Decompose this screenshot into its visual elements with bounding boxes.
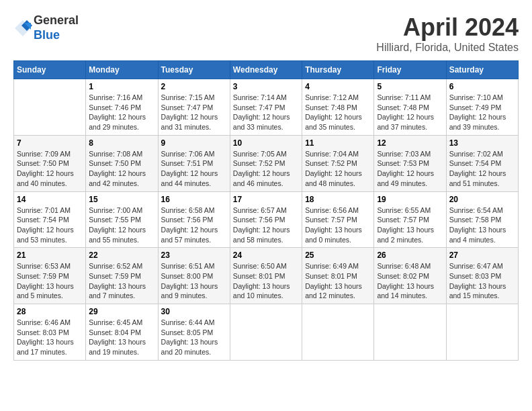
day-info: Sunrise: 7:10 AM Sunset: 7:49 PM Dayligh… xyxy=(449,93,515,132)
day-info: Sunrise: 6:48 AM Sunset: 8:02 PM Dayligh… xyxy=(377,261,443,301)
day-header-saturday: Saturday xyxy=(446,61,518,79)
day-number: 10 xyxy=(233,138,299,148)
calendar-day-cell: 30Sunrise: 6:44 AM Sunset: 8:05 PM Dayli… xyxy=(158,304,230,361)
day-info: Sunrise: 6:57 AM Sunset: 7:56 PM Dayligh… xyxy=(233,205,299,245)
day-number: 4 xyxy=(305,82,371,91)
calendar-empty-cell xyxy=(302,304,374,361)
calendar-day-cell: 23Sunrise: 6:51 AM Sunset: 8:00 PM Dayli… xyxy=(158,248,230,304)
calendar-day-cell: 16Sunrise: 6:58 AM Sunset: 7:56 PM Dayli… xyxy=(158,191,230,248)
day-info: Sunrise: 7:02 AM Sunset: 7:54 PM Dayligh… xyxy=(449,149,515,189)
day-info: Sunrise: 7:04 AM Sunset: 7:52 PM Dayligh… xyxy=(305,149,371,189)
calendar-day-cell: 6Sunrise: 7:10 AM Sunset: 7:49 PM Daylig… xyxy=(446,79,518,136)
day-number: 19 xyxy=(377,195,443,204)
calendar-empty-cell xyxy=(14,79,86,136)
day-number: 13 xyxy=(449,138,515,148)
day-number: 12 xyxy=(377,138,443,148)
calendar-day-cell: 7Sunrise: 7:09 AM Sunset: 7:50 PM Daylig… xyxy=(14,135,86,191)
day-number: 11 xyxy=(305,138,371,148)
day-number: 17 xyxy=(233,195,299,204)
page-header: General Blue April 2024 Hilliard, Florid… xyxy=(13,13,519,54)
day-number: 1 xyxy=(89,82,154,91)
calendar-day-cell: 27Sunrise: 6:47 AM Sunset: 8:03 PM Dayli… xyxy=(446,248,518,304)
day-info: Sunrise: 7:11 AM Sunset: 7:48 PM Dayligh… xyxy=(377,93,443,132)
calendar-week-row: 14Sunrise: 7:01 AM Sunset: 7:54 PM Dayli… xyxy=(14,191,519,248)
calendar-day-cell: 19Sunrise: 6:55 AM Sunset: 7:57 PM Dayli… xyxy=(374,191,446,248)
day-number: 20 xyxy=(449,195,515,204)
calendar-empty-cell xyxy=(230,304,302,361)
day-header-sunday: Sunday xyxy=(14,61,86,79)
page-title: April 2024 xyxy=(376,13,519,42)
day-number: 28 xyxy=(17,307,83,316)
day-number: 23 xyxy=(161,250,227,260)
day-number: 2 xyxy=(161,82,227,91)
day-info: Sunrise: 6:50 AM Sunset: 8:01 PM Dayligh… xyxy=(233,261,299,301)
day-number: 6 xyxy=(449,82,515,91)
day-info: Sunrise: 6:56 AM Sunset: 7:57 PM Dayligh… xyxy=(305,205,371,245)
day-info: Sunrise: 7:05 AM Sunset: 7:52 PM Dayligh… xyxy=(233,149,299,189)
title-block: April 2024 Hilliard, Florida, United Sta… xyxy=(376,13,519,54)
calendar-day-cell: 13Sunrise: 7:02 AM Sunset: 7:54 PM Dayli… xyxy=(446,135,518,191)
day-info: Sunrise: 7:16 AM Sunset: 7:46 PM Dayligh… xyxy=(89,93,154,132)
calendar-day-cell: 9Sunrise: 7:06 AM Sunset: 7:51 PM Daylig… xyxy=(158,135,230,191)
calendar-empty-cell xyxy=(446,304,518,361)
day-number: 9 xyxy=(161,138,227,148)
calendar-day-cell: 28Sunrise: 6:46 AM Sunset: 8:03 PM Dayli… xyxy=(14,304,86,361)
day-header-thursday: Thursday xyxy=(302,61,374,79)
calendar-day-cell: 25Sunrise: 6:49 AM Sunset: 8:01 PM Dayli… xyxy=(302,248,374,304)
logo-general: General xyxy=(34,13,79,27)
day-info: Sunrise: 6:46 AM Sunset: 8:03 PM Dayligh… xyxy=(17,318,83,357)
day-number: 27 xyxy=(449,250,515,260)
calendar-day-cell: 14Sunrise: 7:01 AM Sunset: 7:54 PM Dayli… xyxy=(14,191,86,248)
calendar-day-cell: 11Sunrise: 7:04 AM Sunset: 7:52 PM Dayli… xyxy=(302,135,374,191)
day-info: Sunrise: 6:47 AM Sunset: 8:03 PM Dayligh… xyxy=(449,261,515,301)
day-number: 26 xyxy=(377,250,443,260)
day-info: Sunrise: 7:00 AM Sunset: 7:55 PM Dayligh… xyxy=(89,205,154,245)
calendar-day-cell: 20Sunrise: 6:54 AM Sunset: 7:58 PM Dayli… xyxy=(446,191,518,248)
day-number: 21 xyxy=(17,250,83,260)
day-number: 15 xyxy=(89,195,154,204)
day-info: Sunrise: 7:12 AM Sunset: 7:48 PM Dayligh… xyxy=(305,93,371,132)
calendar-day-cell: 22Sunrise: 6:52 AM Sunset: 7:59 PM Dayli… xyxy=(86,248,158,304)
calendar-empty-cell xyxy=(374,304,446,361)
day-number: 7 xyxy=(17,138,83,148)
calendar-day-cell: 29Sunrise: 6:45 AM Sunset: 8:04 PM Dayli… xyxy=(86,304,158,361)
day-header-monday: Monday xyxy=(86,61,158,79)
day-header-tuesday: Tuesday xyxy=(158,61,230,79)
day-info: Sunrise: 6:53 AM Sunset: 7:59 PM Dayligh… xyxy=(17,261,83,301)
calendar-day-cell: 10Sunrise: 7:05 AM Sunset: 7:52 PM Dayli… xyxy=(230,135,302,191)
day-number: 5 xyxy=(377,82,443,91)
day-info: Sunrise: 6:58 AM Sunset: 7:56 PM Dayligh… xyxy=(161,205,227,245)
day-number: 30 xyxy=(161,307,227,316)
day-info: Sunrise: 6:52 AM Sunset: 7:59 PM Dayligh… xyxy=(89,261,154,301)
calendar-day-cell: 3Sunrise: 7:14 AM Sunset: 7:47 PM Daylig… xyxy=(230,79,302,136)
page-subtitle: Hilliard, Florida, United States xyxy=(376,42,519,54)
calendar-week-row: 21Sunrise: 6:53 AM Sunset: 7:59 PM Dayli… xyxy=(14,248,519,304)
calendar-week-row: 28Sunrise: 6:46 AM Sunset: 8:03 PM Dayli… xyxy=(14,304,519,361)
calendar-table: SundayMondayTuesdayWednesdayThursdayFrid… xyxy=(13,60,519,361)
day-number: 18 xyxy=(305,195,371,204)
calendar-day-cell: 18Sunrise: 6:56 AM Sunset: 7:57 PM Dayli… xyxy=(302,191,374,248)
day-info: Sunrise: 7:01 AM Sunset: 7:54 PM Dayligh… xyxy=(17,205,83,245)
calendar-day-cell: 17Sunrise: 6:57 AM Sunset: 7:56 PM Dayli… xyxy=(230,191,302,248)
day-header-wednesday: Wednesday xyxy=(230,61,302,79)
calendar-day-cell: 21Sunrise: 6:53 AM Sunset: 7:59 PM Dayli… xyxy=(14,248,86,304)
calendar-day-cell: 12Sunrise: 7:03 AM Sunset: 7:53 PM Dayli… xyxy=(374,135,446,191)
calendar-day-cell: 15Sunrise: 7:00 AM Sunset: 7:55 PM Dayli… xyxy=(86,191,158,248)
day-info: Sunrise: 6:51 AM Sunset: 8:00 PM Dayligh… xyxy=(161,261,227,301)
calendar-day-cell: 24Sunrise: 6:50 AM Sunset: 8:01 PM Dayli… xyxy=(230,248,302,304)
logo-text: General Blue xyxy=(34,13,79,42)
calendar-header-row: SundayMondayTuesdayWednesdayThursdayFrid… xyxy=(14,61,519,79)
day-info: Sunrise: 7:08 AM Sunset: 7:50 PM Dayligh… xyxy=(89,149,154,189)
logo: General Blue xyxy=(13,13,79,42)
day-number: 22 xyxy=(89,250,154,260)
calendar-day-cell: 26Sunrise: 6:48 AM Sunset: 8:02 PM Dayli… xyxy=(374,248,446,304)
day-number: 14 xyxy=(17,195,83,204)
logo-icon xyxy=(13,19,32,38)
day-info: Sunrise: 7:06 AM Sunset: 7:51 PM Dayligh… xyxy=(161,149,227,189)
calendar-day-cell: 2Sunrise: 7:15 AM Sunset: 7:47 PM Daylig… xyxy=(158,79,230,136)
calendar-day-cell: 1Sunrise: 7:16 AM Sunset: 7:46 PM Daylig… xyxy=(86,79,158,136)
day-info: Sunrise: 6:54 AM Sunset: 7:58 PM Dayligh… xyxy=(449,205,515,245)
calendar-day-cell: 8Sunrise: 7:08 AM Sunset: 7:50 PM Daylig… xyxy=(86,135,158,191)
calendar-week-row: 7Sunrise: 7:09 AM Sunset: 7:50 PM Daylig… xyxy=(14,135,519,191)
day-header-friday: Friday xyxy=(374,61,446,79)
